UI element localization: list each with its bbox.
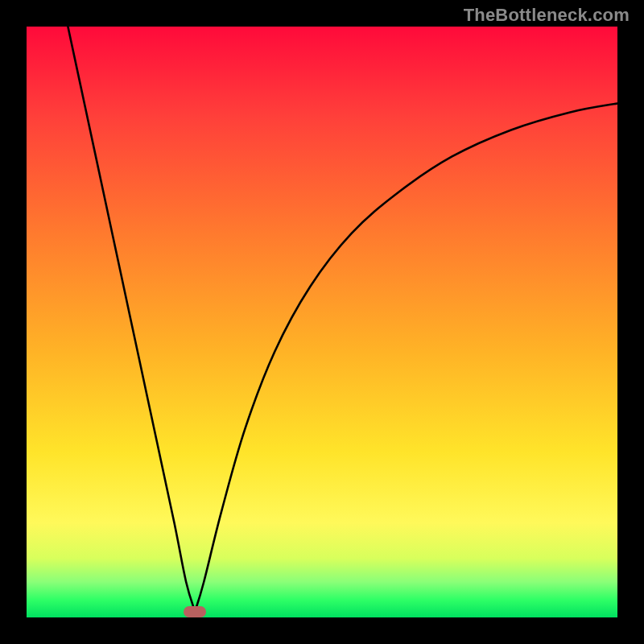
watermark-text: TheBottleneck.com — [464, 5, 630, 26]
bottleneck-curve — [27, 27, 617, 617]
curve-path — [68, 27, 617, 612]
plot-area — [27, 27, 617, 617]
minimum-marker — [184, 606, 206, 617]
chart-frame: TheBottleneck.com — [0, 0, 644, 644]
